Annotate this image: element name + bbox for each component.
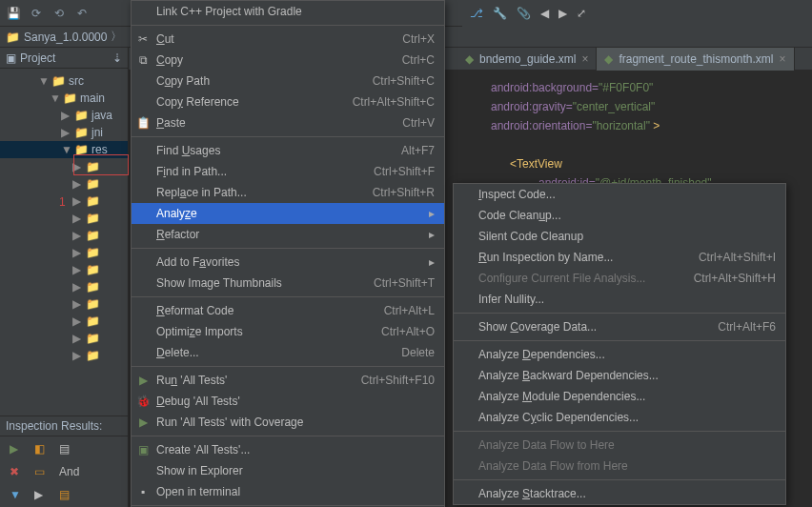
android-icon: ▣	[136, 443, 150, 456]
submenu-coverage[interactable]: Show Coverage Data...Ctrl+Alt+F6	[454, 316, 785, 337]
submenu-backward-deps[interactable]: Analyze Backward Dependencies...	[454, 365, 785, 386]
chevron-right-icon: 〉	[111, 29, 122, 45]
submenu-dataflow-from: Analyze Data Flow from Here	[454, 456, 785, 477]
menu-reformat[interactable]: Reformat CodeCtrl+Alt+L	[132, 300, 444, 321]
menu-analyze[interactable]: Analyze▸	[132, 203, 444, 224]
menu-create-tests[interactable]: ▣Create 'All Tests'...	[132, 439, 444, 460]
book-icon[interactable]: ▭	[34, 465, 48, 478]
tree-sub[interactable]: ▶📁	[0, 295, 128, 313]
module-icon[interactable]: ◧	[34, 442, 48, 456]
back-icon[interactable]: ◀	[540, 7, 549, 20]
menu-optimize-imports[interactable]: Optimize ImportsCtrl+Alt+O	[132, 321, 444, 342]
sync-icon[interactable]: ⟳	[29, 6, 44, 21]
menu-debug-tests[interactable]: 🐞Debug 'All Tests'	[132, 391, 444, 412]
copy-icon: ⧉	[136, 53, 150, 67]
submenu-cyclic-deps[interactable]: Analyze Cyclic Dependencies...	[454, 407, 785, 428]
inspection-item[interactable]: And	[59, 465, 79, 478]
tree-main[interactable]: ▼📁main	[0, 90, 128, 107]
tree-sub[interactable]: ▶📁	[0, 347, 128, 364]
xml-icon: ◆	[604, 52, 613, 66]
panel-icon: ▣	[6, 51, 16, 65]
close-icon[interactable]: ✖	[10, 465, 23, 478]
project-panel-header[interactable]: ▣ Project ⇣	[0, 48, 128, 69]
menu-link-cpp[interactable]: Link C++ Project with Gradle	[132, 1, 444, 22]
close-tab-icon[interactable]: ×	[581, 52, 588, 66]
submenu-infer-nullity[interactable]: Infer Nullity...	[454, 289, 785, 310]
close-tab-icon[interactable]: ×	[780, 52, 786, 66]
coverage-icon: ▶	[136, 416, 150, 429]
menu-copy-reference[interactable]: Copy ReferenceCtrl+Alt+Shift+C	[132, 91, 444, 112]
tree-java[interactable]: ▶📁java	[0, 107, 128, 124]
menu-copy[interactable]: ⧉CopyCtrl+C	[132, 50, 444, 71]
tree-sub[interactable]: ▶📁	[0, 244, 128, 261]
tree-jni[interactable]: ▶📁jni	[0, 124, 128, 141]
wrench-icon[interactable]: 🔧	[493, 7, 507, 20]
refresh-icon[interactable]: ⟲	[51, 6, 67, 21]
tree-sub[interactable]: ▶📁	[0, 175, 128, 193]
branch-icon[interactable]: ⎇	[470, 7, 483, 20]
tree-sub[interactable]: ▶📁	[0, 210, 128, 227]
submenu-dependencies[interactable]: Analyze Dependencies...	[454, 344, 785, 365]
submenu-code-cleanup[interactable]: Code Cleanup...	[454, 205, 785, 226]
menu-refactor[interactable]: Refactor▸	[132, 224, 444, 245]
expand-icon[interactable]: ▶	[34, 488, 48, 501]
project-tree: ▼📁src ▼📁main ▶📁java ▶📁jni ▼📁res ▶📁 ▶📁 ▶📁…	[0, 69, 128, 368]
run-icon[interactable]: ▶	[10, 442, 23, 456]
xml-icon: ◆	[465, 52, 474, 66]
menu-delete[interactable]: Delete...Delete	[132, 342, 444, 363]
editor-toolbar: ⎇ 🔧 📎 ◀ ▶ ⤢	[462, 0, 812, 27]
submenu-stacktrace[interactable]: Analyze Stacktrace...	[454, 483, 785, 504]
filter-icon[interactable]: ▼	[10, 488, 23, 501]
attach-icon[interactable]: 📎	[517, 7, 531, 20]
folder-icon: 📁	[6, 30, 20, 44]
tree-sub[interactable]: ▶📁	[0, 313, 128, 330]
menu-open-terminal[interactable]: ▪Open in terminal	[132, 481, 444, 502]
menu-run-coverage[interactable]: ▶Run 'All Tests' with Coverage	[132, 412, 444, 433]
tree-sub[interactable]: ▶📁	[0, 158, 128, 175]
menu-cut[interactable]: ✂CutCtrl+X	[132, 29, 444, 50]
menu-find-usages[interactable]: Find UsagesAlt+F7	[132, 140, 444, 161]
tab-bndemo[interactable]: ◆bndemo_guide.xml×	[457, 48, 597, 71]
tree-sub[interactable]: ▶📁	[0, 261, 128, 278]
inspection-results-header[interactable]: Inspection Results:	[0, 416, 128, 436]
undo-icon[interactable]: ↶	[74, 6, 90, 21]
breadcrumb-project[interactable]: Sanya_1.0.0000	[24, 30, 107, 44]
analyze-submenu: Inspect Code... Code Cleanup... Silent C…	[453, 183, 786, 505]
tree-icon[interactable]: ▤	[59, 442, 72, 456]
inspection-body: ▶ ◧ ▤ ✖ ▭ And ▼ ▶ ▤	[0, 436, 128, 507]
menu-find-in-path[interactable]: Find in Path...Ctrl+Shift+F	[132, 161, 444, 182]
expand-icon[interactable]: ⤢	[577, 7, 586, 20]
tree-sub[interactable]: ▶📁	[0, 330, 128, 347]
run-icon: ▶	[136, 374, 150, 387]
project-sidebar: ▣ Project ⇣ ▼📁src ▼📁main ▶📁java ▶📁jni ▼📁…	[0, 48, 129, 507]
submenu-dataflow-to: Analyze Data Flow to Here	[454, 435, 785, 456]
menu-add-favorites[interactable]: Add to Favorites▸	[132, 252, 444, 273]
submenu-inspect-code[interactable]: Inspect Code...	[454, 184, 785, 205]
terminal-icon: ▪	[136, 485, 150, 498]
menu-run-tests[interactable]: ▶Run 'All Tests'Ctrl+Shift+F10	[132, 370, 444, 391]
cut-icon: ✂	[136, 32, 150, 46]
submenu-run-inspection[interactable]: Run Inspection by Name...Ctrl+Alt+Shift+…	[454, 247, 785, 268]
tree-sub[interactable]: ▶📁	[0, 193, 128, 210]
tree-sub[interactable]: ▶📁	[0, 278, 128, 295]
chevron-down-icon[interactable]: ⇣	[112, 51, 122, 65]
tree-res[interactable]: ▼📁res	[0, 141, 128, 158]
paste-icon: 📋	[136, 116, 150, 130]
menu-replace-in-path[interactable]: Replace in Path...Ctrl+Shift+R	[132, 182, 444, 203]
menu-copy-path[interactable]: Copy PathCtrl+Shift+C	[132, 71, 444, 91]
menu-show-explorer[interactable]: Show in Explorer	[132, 460, 444, 481]
menu-paste[interactable]: 📋PasteCtrl+V	[132, 112, 444, 133]
submenu-module-deps[interactable]: Analyze Module Dependencies...	[454, 386, 785, 407]
debug-icon: 🐞	[136, 395, 150, 408]
submenu-configure-analysis: Configure Current File Analysis...Ctrl+A…	[454, 268, 785, 289]
tree-sub[interactable]: ▶📁	[0, 227, 128, 244]
save-icon[interactable]: 💾	[6, 6, 21, 21]
tab-fragment[interactable]: ◆fragment_route_thismonth.xml×	[597, 48, 794, 71]
menu-show-thumbnails[interactable]: Show Image ThumbnailsCtrl+Shift+T	[132, 273, 444, 294]
panel-title: Project	[20, 51, 55, 65]
context-menu: Link C++ Project with Gradle ✂CutCtrl+X …	[131, 0, 445, 507]
forward-icon[interactable]: ▶	[558, 7, 567, 20]
submenu-silent-cleanup[interactable]: Silent Code Cleanup	[454, 226, 785, 247]
tree-src[interactable]: ▼📁src	[0, 72, 128, 90]
